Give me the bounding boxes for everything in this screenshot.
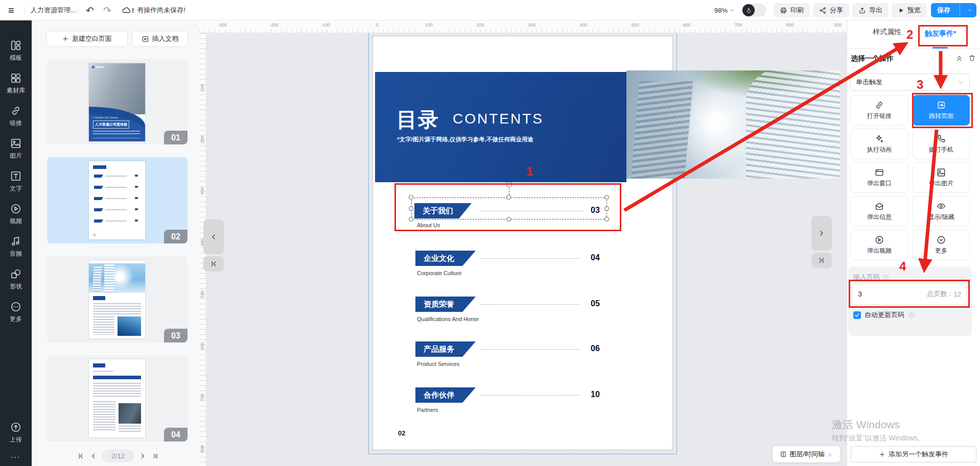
resize-handle-se[interactable]: [604, 217, 609, 222]
page-number-value: 3: [858, 290, 862, 298]
building-photo[interactable]: [626, 70, 840, 179]
top-toolbar: ≡ 人力资源管理... ↶ ↷ ! 有操作尚未保存! 98% 印刷 分享: [0, 0, 980, 20]
redo-button[interactable]: ↷: [103, 0, 111, 20]
resize-handle-n[interactable]: [506, 195, 511, 200]
resize-handle-ne[interactable]: [604, 195, 609, 200]
building-left: [631, 81, 693, 179]
collapse-section-button[interactable]: [955, 54, 963, 62]
info-icon[interactable]: [882, 274, 889, 281]
scroll-first-button[interactable]: [203, 256, 224, 272]
page-number-input[interactable]: 3 总页数： 12: [853, 284, 966, 304]
resize-handle-w[interactable]: [409, 206, 413, 211]
resize-handle-e[interactable]: [604, 206, 609, 211]
tab-trigger-events[interactable]: 触发事件•: [925, 28, 956, 38]
trigger-type-select[interactable]: 单击触发: [850, 73, 970, 91]
document-title[interactable]: 人力资源管理...: [31, 0, 76, 20]
action-jump-page-selected[interactable]: 跳转页面: [913, 95, 970, 126]
last-page-button[interactable]: [152, 452, 159, 460]
action-more[interactable]: 更多: [913, 230, 970, 260]
action-label: 弹出信息: [867, 213, 892, 222]
save-button[interactable]: 保存: [931, 6, 956, 15]
scroll-last-button[interactable]: [811, 253, 832, 268]
action-show-hide[interactable]: 显示/隐藏: [913, 196, 970, 227]
auto-update-checkbox-checked[interactable]: [853, 311, 861, 319]
action-label: 执行动画: [867, 145, 892, 154]
previous-page-button[interactable]: [89, 452, 97, 460]
page-thumbnail-1[interactable]: COMPANY BROCHURE 人力资源公司宣传册 01: [47, 59, 188, 144]
toc-chip[interactable]: 合作伙伴: [415, 387, 476, 403]
sidebar-item-audio[interactable]: 音频: [0, 231, 32, 263]
next-page-button[interactable]: [139, 452, 147, 460]
action-popup-video[interactable]: 弹出视频: [850, 230, 908, 260]
tab-style-properties[interactable]: 样式属性: [873, 28, 901, 37]
toc-chip[interactable]: 企业文化: [415, 251, 476, 266]
sidebar-item-text[interactable]: 文字: [0, 165, 32, 198]
sidebar-item-template[interactable]: 模板: [0, 35, 32, 67]
layers-timeline-button[interactable]: 图层/时间轴: [773, 446, 840, 462]
ruler-label: 600: [683, 22, 690, 28]
rotate-handle[interactable]: [506, 182, 512, 187]
action-popup-image[interactable]: 弹出图片: [913, 162, 970, 193]
slide-header-banner[interactable]: 目录 CONTENTS *文字/图片源于网络,仅供学习参考,不做任何商业用途: [375, 72, 626, 182]
resize-handle-nw[interactable]: [409, 195, 413, 200]
new-blank-page-button[interactable]: 新建空白页面: [46, 31, 128, 47]
save-dropdown-button[interactable]: [963, 7, 976, 13]
action-popup-message[interactable]: 弹出信息: [850, 196, 908, 227]
zoom-level-dropdown[interactable]: 98%: [714, 0, 735, 20]
sidebar-bottom: 上传 ···: [0, 416, 32, 462]
hamburger-menu-button[interactable]: ≡: [8, 0, 14, 20]
audio-icon: [10, 236, 21, 247]
scroll-right-button[interactable]: [811, 216, 832, 251]
scroll-left-button[interactable]: [203, 219, 224, 254]
insert-document-button[interactable]: 插入文档: [132, 31, 188, 47]
action-label: 打开链接: [867, 112, 892, 120]
popup-image-icon: [937, 168, 946, 177]
action-call-phone[interactable]: 拨打手机: [913, 129, 970, 159]
action-label: 弹出窗口: [867, 179, 892, 188]
sidebar-item-upload[interactable]: 上传: [0, 416, 32, 449]
sidebar-item-assets[interactable]: 素材库: [0, 67, 32, 100]
ruler-label: 200: [476, 22, 484, 28]
sidebar-item-shape[interactable]: 形状: [0, 263, 32, 296]
sidebar-overflow-icon[interactable]: ···: [11, 449, 21, 462]
preview-label: 预览: [907, 6, 921, 15]
preview-button[interactable]: 预览: [892, 3, 927, 17]
selection-bounding-box[interactable]: [411, 198, 607, 219]
share-button[interactable]: 分享: [813, 3, 849, 17]
ruler-label: 400: [579, 22, 587, 28]
print-button[interactable]: 印刷: [774, 3, 810, 17]
page-indicator[interactable]: 2/12: [102, 449, 134, 462]
sidebar-item-video[interactable]: 视频: [0, 198, 32, 231]
sidebar-item-label: 形状: [10, 282, 22, 291]
sidebar-item-label: 更多: [10, 315, 22, 324]
first-page-button[interactable]: [77, 452, 84, 460]
info-icon[interactable]: [908, 312, 915, 318]
resize-handle-s[interactable]: [506, 217, 511, 222]
resize-handle-sw[interactable]: [409, 217, 413, 222]
more-icon: [10, 301, 21, 312]
popup-video-icon: [875, 235, 884, 244]
document-title-text: 人力资源管理...: [31, 6, 76, 15]
add-trigger-button[interactable]: 添加另一个触发事件: [851, 446, 976, 462]
page-number-section: 输入页码 3 总页数： 12 自动更新页码: [848, 266, 972, 336]
pointer-mode-toggle[interactable]: [742, 0, 766, 20]
action-run-animation[interactable]: 执行动画: [850, 129, 908, 159]
sidebar-item-link[interactable]: 链接: [0, 100, 32, 133]
page-thumbnail-2-selected[interactable]: 02 02: [47, 157, 188, 243]
toc-chip[interactable]: 产品服务: [415, 341, 476, 357]
call-phone-icon: [937, 134, 946, 143]
export-button[interactable]: 导出: [852, 3, 889, 17]
slide-page[interactable]: 目录 CONTENTS *文字/图片源于网络,仅供学习参考,不做任何商业用途 关…: [372, 36, 673, 450]
sidebar-item-image[interactable]: 图片: [0, 133, 32, 165]
action-popup-window[interactable]: 弹出窗口: [850, 162, 908, 193]
delete-trigger-button[interactable]: [968, 54, 976, 62]
action-open-link[interactable]: 打开链接: [850, 95, 908, 126]
ruler-label: 800: [786, 22, 794, 28]
page-thumbnail-4[interactable]: 04: [47, 355, 188, 442]
sidebar-item-more[interactable]: 更多: [0, 296, 32, 329]
export-icon: [858, 7, 866, 14]
toc-chip[interactable]: 资质荣誉: [415, 297, 476, 312]
page-thumbnail-3[interactable]: 03: [47, 256, 188, 342]
undo-button[interactable]: ↶: [86, 0, 94, 20]
slide-disclaimer: *文字/图片源于网络,仅供学习参考,不做任何商业用途: [397, 136, 533, 143]
